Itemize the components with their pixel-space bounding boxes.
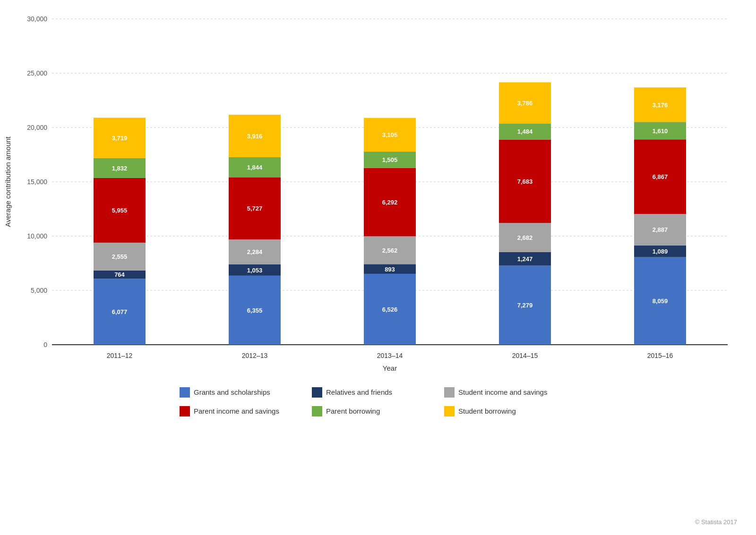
svg-text:6,077: 6,077 [112,308,128,315]
svg-text:0: 0 [43,341,47,348]
svg-text:3,176: 3,176 [653,102,668,109]
svg-text:Grants and scholarships: Grants and scholarships [194,388,270,396]
svg-text:2014–15: 2014–15 [512,352,538,359]
svg-text:30,000: 30,000 [27,15,47,23]
svg-text:6,867: 6,867 [653,173,668,180]
svg-text:1,844: 1,844 [247,164,263,171]
svg-text:3,916: 3,916 [247,133,263,140]
svg-text:Student borrowing: Student borrowing [458,407,516,415]
svg-text:7,683: 7,683 [517,178,533,185]
svg-text:Average contribution amount: Average contribution amount [4,136,12,227]
svg-text:Parent borrowing: Parent borrowing [326,407,380,415]
svg-text:2013–14: 2013–14 [377,352,403,359]
svg-text:1,610: 1,610 [653,127,668,135]
svg-text:2012–13: 2012–13 [242,352,268,359]
svg-text:3,719: 3,719 [112,135,128,142]
svg-text:3,105: 3,105 [382,131,398,138]
svg-text:5,000: 5,000 [31,287,47,294]
svg-text:7,279: 7,279 [517,302,533,309]
svg-text:1,484: 1,484 [517,128,533,135]
svg-text:20,000: 20,000 [27,124,47,131]
svg-text:2,555: 2,555 [112,253,128,260]
svg-text:1,832: 1,832 [112,165,128,172]
svg-text:764: 764 [114,271,125,278]
svg-text:Relatives and friends: Relatives and friends [326,388,392,396]
svg-rect-82 [180,387,190,398]
svg-text:1,247: 1,247 [517,255,533,263]
svg-text:1,053: 1,053 [247,267,263,274]
svg-rect-86 [444,387,455,398]
svg-text:893: 893 [385,266,395,273]
svg-text:5,955: 5,955 [112,207,128,214]
svg-text:8,059: 8,059 [653,297,668,305]
svg-text:2,284: 2,284 [247,248,263,255]
svg-text:10,000: 10,000 [27,232,47,240]
svg-rect-84 [312,387,322,398]
svg-text:5,727: 5,727 [247,205,263,212]
svg-text:2,887: 2,887 [653,226,668,233]
svg-text:Parent income and savings: Parent income and savings [194,407,279,415]
svg-text:© Statista 2017: © Statista 2017 [695,518,737,526]
svg-rect-92 [444,406,455,416]
svg-text:Year: Year [383,364,397,372]
svg-text:6,292: 6,292 [382,199,398,206]
svg-text:2015–16: 2015–16 [647,352,673,359]
svg-text:2,562: 2,562 [382,247,398,254]
svg-text:3,786: 3,786 [517,100,533,107]
svg-text:Student income and savings: Student income and savings [458,388,547,396]
svg-text:25,000: 25,000 [27,69,47,77]
svg-text:2,682: 2,682 [517,234,533,241]
svg-text:15,000: 15,000 [27,178,47,186]
svg-text:1,089: 1,089 [653,248,668,255]
svg-rect-90 [312,406,322,416]
svg-text:2011–12: 2011–12 [107,352,133,359]
svg-text:6,355: 6,355 [247,307,263,314]
svg-rect-88 [180,406,190,416]
svg-text:6,526: 6,526 [382,306,398,313]
svg-text:1,505: 1,505 [382,156,398,163]
